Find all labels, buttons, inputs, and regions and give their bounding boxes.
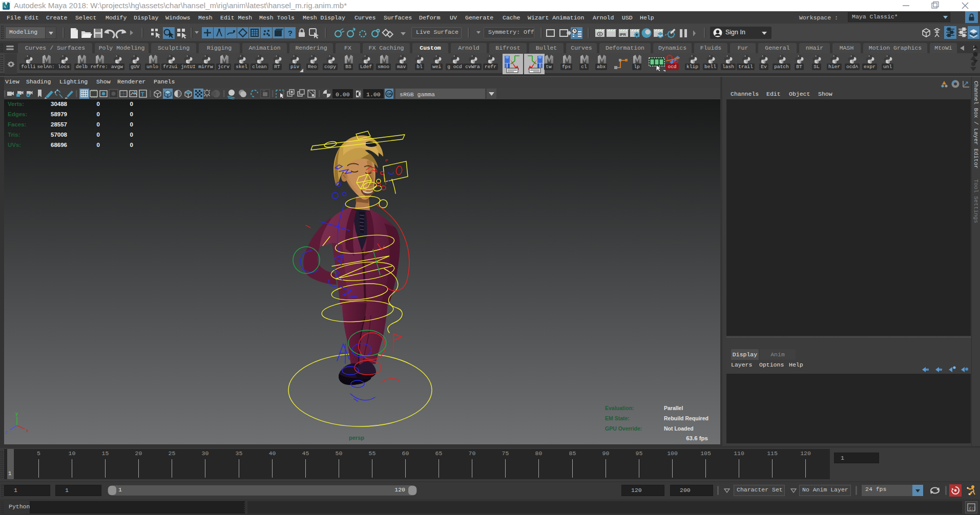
svg-text:0: 0 [97, 142, 100, 148]
svg-text:sRGB gamma: sRGB gamma [400, 91, 435, 98]
svg-text:Edges:: Edges: [8, 111, 27, 117]
svg-text:Rebuild Required: Rebuild Required [664, 415, 708, 421]
svg-text:?: ? [288, 30, 293, 38]
svg-text:{;}: {;} [969, 506, 975, 510]
svg-text:IPR: IPR [620, 32, 627, 37]
svg-text:57008: 57008 [51, 132, 68, 138]
svg-text:0: 0 [130, 132, 133, 138]
svg-text:Faces:: Faces: [8, 121, 26, 127]
svg-text:T: T [141, 91, 144, 97]
svg-text:0: 0 [130, 142, 133, 148]
svg-text:0: 0 [130, 101, 133, 107]
svg-text:30488: 30488 [51, 101, 68, 107]
svg-text:UVs:: UVs: [8, 142, 21, 148]
svg-text:63.6 fps: 63.6 fps [686, 435, 708, 441]
svg-text:1.00: 1.00 [366, 91, 381, 98]
svg-text:z: z [5, 430, 8, 435]
svg-text:EM State:: EM State: [605, 415, 630, 421]
svg-text:Evaluation:: Evaluation: [605, 405, 634, 411]
svg-text:x: x [26, 428, 29, 433]
svg-text:28557: 28557 [51, 121, 67, 127]
svg-text:GPU Override:: GPU Override: [605, 425, 642, 432]
svg-text:58979: 58979 [51, 111, 67, 117]
svg-text:Tris:: Tris: [8, 132, 20, 138]
svg-text:0: 0 [130, 121, 133, 127]
svg-text:Parallel: Parallel [664, 405, 683, 411]
svg-text:0: 0 [97, 111, 100, 117]
svg-text:0: 0 [97, 121, 100, 127]
svg-text:Not Loaded: Not Loaded [664, 425, 694, 432]
svg-text:y: y [15, 411, 18, 416]
svg-text:ON: ON [387, 92, 392, 96]
svg-text:0: 0 [97, 101, 100, 107]
svg-text:0.00: 0.00 [336, 91, 350, 98]
svg-text:P: P [385, 158, 388, 163]
svg-text:persp: persp [349, 435, 364, 441]
svg-text:Verts:: Verts: [8, 101, 24, 107]
svg-text:0: 0 [130, 111, 133, 117]
svg-text:0: 0 [97, 132, 100, 138]
svg-text:68696: 68696 [51, 142, 67, 148]
